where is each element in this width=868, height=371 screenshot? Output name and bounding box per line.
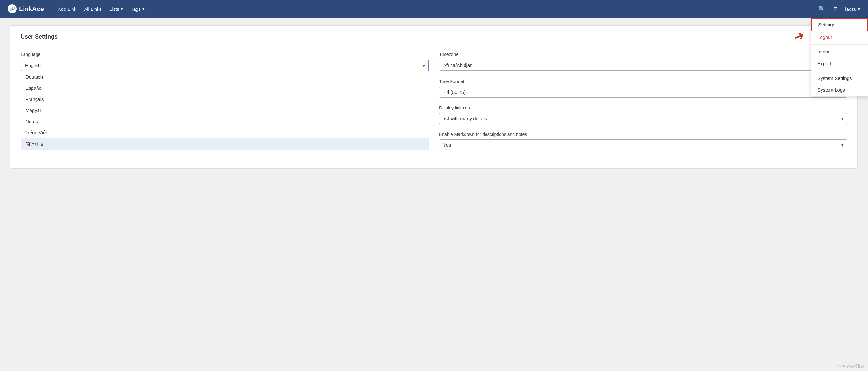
timezone-input[interactable] xyxy=(439,60,847,71)
time-format-select[interactable]: H:i (06:25) xyxy=(439,87,847,98)
language-input-wrapper: ▾ Deutsch Español Français Magyar Norsk … xyxy=(21,60,429,71)
language-input[interactable] xyxy=(21,60,429,71)
trash-button[interactable]: 🗑 xyxy=(832,4,840,14)
brand[interactable]: 🔗 LinkAce xyxy=(8,4,44,13)
user-menu[interactable]: laosu ▾ xyxy=(845,6,860,12)
page-content: User Settings Language ▾ Deutsch Español… xyxy=(0,18,868,176)
language-label: Language xyxy=(21,52,429,57)
footer-note: CSDN @杨浦老苏 xyxy=(836,364,864,368)
menu-logout[interactable]: Logout xyxy=(811,31,868,43)
lang-option-francais[interactable]: Français xyxy=(21,94,429,105)
lang-option-tieng-viet[interactable]: Tiếng Việt xyxy=(21,127,429,138)
time-format-select-wrapper: H:i (06:25) ▾ xyxy=(439,87,847,98)
lang-option-magyar[interactable]: Magyar xyxy=(21,105,429,116)
lang-option-norsk[interactable]: Norsk xyxy=(21,116,429,127)
lang-option-chinese[interactable]: 简体中文 xyxy=(21,138,429,150)
menu-divider-1 xyxy=(811,44,868,44)
nav-tags-dropdown[interactable]: Tags ▾ xyxy=(127,6,149,12)
nav-lists-dropdown[interactable]: Lists ▾ xyxy=(106,6,127,12)
navbar: 🔗 LinkAce Add Link All Links Lists ▾ Tag… xyxy=(0,0,868,18)
username: laosu xyxy=(845,6,857,12)
timezone-group: Timezone xyxy=(439,52,847,71)
display-links-select[interactable]: list with many details simple list grid xyxy=(439,113,847,124)
menu-settings[interactable]: Settings xyxy=(811,18,868,31)
brand-name: LinkAce xyxy=(19,5,44,13)
menu-divider-2 xyxy=(811,71,868,71)
time-format-group: Time Format H:i (06:25) ▾ xyxy=(439,79,847,98)
display-links-group: Display links as list with many details … xyxy=(439,105,847,124)
markdown-label: Enable Markdown for descriptions and not… xyxy=(439,132,847,137)
user-dropdown-menu: Settings Logout Import Export System Set… xyxy=(811,18,868,96)
lang-option-deutsch[interactable]: Deutsch xyxy=(21,71,429,83)
display-links-select-wrapper: list with many details simple list grid … xyxy=(439,113,847,124)
menu-import[interactable]: Import xyxy=(811,46,868,58)
search-button[interactable]: 🔍 xyxy=(817,4,827,14)
form-row-1: Language ▾ Deutsch Español Français Magy… xyxy=(21,52,847,71)
time-format-label: Time Format xyxy=(439,79,847,84)
settings-title: User Settings xyxy=(21,33,847,44)
lang-option-espanol[interactable]: Español xyxy=(21,83,429,94)
markdown-select[interactable]: Yes No xyxy=(439,140,847,151)
markdown-select-wrapper: Yes No ▾ xyxy=(439,140,847,151)
brand-icon: 🔗 xyxy=(8,4,17,13)
timezone-label: Timezone xyxy=(439,52,847,57)
settings-card: User Settings Language ▾ Deutsch Español… xyxy=(10,26,858,168)
menu-system-logs[interactable]: System Logs xyxy=(811,84,868,96)
nav-add-link[interactable]: Add Link xyxy=(54,6,80,12)
menu-export[interactable]: Export xyxy=(811,58,868,69)
nav-all-links[interactable]: All Links xyxy=(80,6,106,12)
menu-system-settings[interactable]: System Settings xyxy=(811,72,868,84)
lists-chevron-icon: ▾ xyxy=(121,6,123,12)
markdown-group: Enable Markdown for descriptions and not… xyxy=(439,132,847,151)
language-dropdown: Deutsch Español Français Magyar Norsk Ti… xyxy=(21,71,429,151)
user-chevron-icon: ▾ xyxy=(858,6,860,12)
nav-right: 🔍 🗑 laosu ▾ xyxy=(817,4,860,14)
language-group: Language ▾ Deutsch Español Français Magy… xyxy=(21,52,429,71)
display-links-label: Display links as xyxy=(439,105,847,111)
tags-chevron-icon: ▾ xyxy=(142,6,145,12)
